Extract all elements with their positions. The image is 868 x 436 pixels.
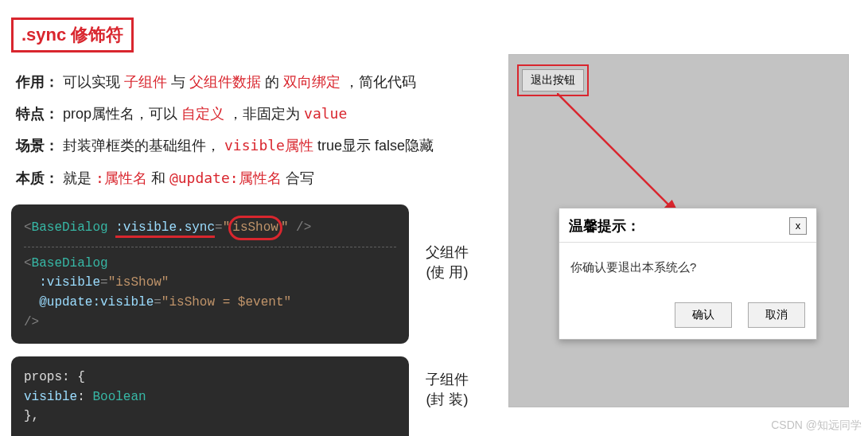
text-red: visible属性 — [224, 137, 313, 154]
text-red: 双向绑定 — [283, 74, 341, 90]
tok: " — [108, 275, 116, 290]
label: 场景： — [16, 138, 59, 154]
tok: < — [24, 220, 32, 235]
tok: isShow — [115, 275, 162, 290]
slide-title: .sync 修饰符 — [11, 18, 134, 53]
exit-button[interactable]: 退出按钮 — [522, 69, 584, 91]
annot-text: 子组件 — [426, 370, 469, 390]
label: 作用： — [16, 74, 59, 90]
tok: /> — [296, 220, 311, 235]
line-essence: 本质： 就是 :属性名 和 @update:属性名 合写 — [16, 165, 488, 192]
tok: :visible — [39, 275, 100, 290]
cancel-button[interactable]: 取消 — [748, 302, 805, 328]
tok: = — [154, 295, 162, 309]
text-red: :属性名 — [95, 169, 147, 186]
tok: " — [283, 295, 291, 309]
svg-line-0 — [557, 93, 676, 212]
line-purpose: 作用： 可以实现 子组件 与 父组件数据 的 双向绑定 ，简化代码 — [16, 68, 488, 95]
tok: BaseDialog — [32, 256, 108, 271]
tok: }, — [24, 407, 396, 426]
tok: isShow = $event — [169, 295, 283, 309]
text-red: value — [304, 105, 347, 122]
tok: " — [162, 295, 169, 309]
tok: BaseDialog — [32, 220, 108, 235]
tok: props: { — [24, 368, 396, 387]
text-red: @update:属性名 — [169, 169, 282, 186]
text: 合写 — [286, 170, 314, 186]
text: 可以实现 — [63, 74, 124, 90]
text-red: 自定义 — [181, 106, 224, 122]
tok — [108, 220, 116, 235]
text: true显示 false隐藏 — [317, 138, 434, 154]
divider — [24, 247, 396, 247]
annot-text: 父组件 — [426, 243, 469, 263]
dialog-footer: 确认 取消 — [559, 294, 816, 339]
annotation-child: 子组件 (封 装) — [426, 370, 469, 410]
tok-underline: :visible.sync — [115, 220, 215, 238]
description-lines: 作用： 可以实现 子组件 与 父组件数据 的 双向绑定 ，简化代码 特点： pr… — [16, 68, 488, 192]
code-block-parent: <BaseDialog :visible.sync="isShow" /> <B… — [11, 204, 409, 344]
text: ，简化代码 — [344, 74, 416, 90]
line-scene: 场景： 封装弹框类的基础组件， visible属性 true显示 false隐藏 — [16, 132, 488, 159]
dialog: 温馨提示： x 你确认要退出本系统么? 确认 取消 — [559, 208, 817, 340]
text-red: 子组件 — [124, 74, 167, 90]
text: 就是 — [63, 170, 95, 186]
annot-text: (封 装) — [426, 390, 469, 410]
code-block-child: props: { visible: Boolean }, this.$emit(… — [11, 356, 409, 436]
tok-circled: isShow — [232, 220, 278, 235]
dialog-header: 温馨提示： x — [559, 208, 816, 243]
text: prop属性名，可以 — [63, 106, 177, 122]
label: 本质： — [16, 170, 59, 186]
preview-panel: 退出按钮 温馨提示： x 你确认要退出本系统么? 确认 取消 — [508, 54, 849, 407]
annot-text: (使 用) — [426, 263, 469, 282]
annotation-parent: 父组件 (使 用) — [426, 243, 469, 282]
tok: = — [215, 220, 223, 235]
watermark: CSDN @知远同学 — [771, 418, 862, 433]
tok: < — [24, 256, 32, 271]
text: 和 — [151, 170, 169, 186]
dialog-title: 温馨提示： — [569, 216, 640, 236]
text: ，非固定为 — [228, 106, 304, 122]
ok-button[interactable]: 确认 — [675, 302, 732, 328]
dialog-body: 你确认要退出本系统么? — [559, 243, 816, 294]
label: 特点： — [16, 106, 59, 122]
exit-button-highlight: 退出按钮 — [517, 64, 589, 96]
tok: @update:visible — [39, 295, 154, 309]
text: 封装弹框类的基础组件， — [63, 138, 220, 154]
tok: " — [162, 275, 169, 290]
tok: Boolean — [92, 390, 146, 404]
text: 的 — [265, 74, 283, 90]
tok: = — [100, 275, 108, 290]
text-red: 父组件数据 — [189, 74, 261, 90]
line-feature: 特点： prop属性名，可以 自定义 ，非固定为 value — [16, 100, 488, 127]
close-button[interactable]: x — [789, 217, 807, 235]
text: 与 — [171, 74, 189, 90]
tok: /> — [24, 315, 39, 329]
tok: visible — [24, 390, 77, 404]
tok: " — [281, 220, 289, 235]
tok: : — [77, 390, 92, 404]
